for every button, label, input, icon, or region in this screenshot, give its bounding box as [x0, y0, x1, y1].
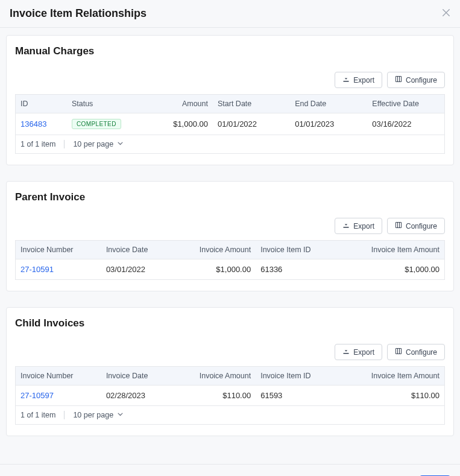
configure-label: Configure [406, 222, 437, 230]
child-invoices-pager: 1 of 1 item 10 per page [15, 406, 445, 425]
manual-charges-card: Manual Charges Export Configure [6, 35, 454, 165]
pager-summary: 1 of 1 item [20, 140, 55, 148]
cell-invoice-item-amount: $1,000.00 [337, 259, 444, 280]
table-header-row: ID Status Amount Start Date End Date Eff… [16, 95, 445, 113]
parent-invoice-title: Parent Invoice [15, 191, 445, 203]
col-status: Status [67, 95, 136, 113]
parent-invoice-table: Invoice Number Invoice Date Invoice Amou… [15, 240, 445, 280]
col-end-date: End Date [290, 95, 367, 113]
download-icon [342, 221, 350, 230]
modal: Invoice Item Relationships Manual Charge… [0, 0, 460, 476]
columns-icon [395, 75, 402, 84]
cell-amount: $1,000.00 [136, 113, 213, 135]
col-invoice-item-amount: Invoice Item Amount [337, 241, 444, 259]
close-icon [442, 8, 450, 19]
table-header-row: Invoice Number Invoice Date Invoice Amou… [16, 367, 445, 386]
col-invoice-number: Invoice Number [16, 241, 101, 259]
cell-end-date: 01/01/2023 [290, 113, 367, 135]
parent-invoice-card: Parent Invoice Export Configure [6, 181, 454, 291]
cell-invoice-item-id: 61593 [256, 386, 337, 406]
invoice-number-link[interactable]: 27-10597 [20, 391, 54, 400]
cell-invoice-amount: $1,000.00 [170, 259, 256, 280]
per-page-selector[interactable]: 10 per page [73, 140, 124, 148]
table-row: 27-10591 03/01/2022 $1,000.00 61336 $1,0… [16, 259, 445, 280]
pager-summary: 1 of 1 item [20, 411, 55, 419]
col-invoice-item-id: Invoice Item ID [256, 367, 337, 386]
col-invoice-number: Invoice Number [16, 367, 101, 386]
pager-divider [64, 140, 65, 148]
col-invoice-date: Invoice Date [101, 367, 170, 386]
col-invoice-date: Invoice Date [101, 241, 170, 259]
export-button[interactable]: Export [335, 218, 382, 234]
manual-charges-toolbar: Export Configure [15, 72, 445, 88]
col-id: ID [16, 95, 67, 113]
child-invoices-table: Invoice Number Invoice Date Invoice Amou… [15, 366, 445, 406]
status-badge: COMPLETED [72, 119, 121, 129]
per-page-selector[interactable]: 10 per page [73, 411, 124, 419]
manual-charges-title: Manual Charges [15, 45, 445, 57]
charge-id-link[interactable]: 136483 [20, 119, 46, 129]
child-invoices-toolbar: Export Configure [15, 344, 445, 360]
col-effective-date: Effective Date [367, 95, 444, 113]
col-invoice-item-amount: Invoice Item Amount [337, 367, 444, 386]
col-start-date: Start Date [213, 95, 290, 113]
cell-invoice-item-id: 61336 [256, 259, 337, 280]
manual-charges-table: ID Status Amount Start Date End Date Eff… [15, 94, 445, 135]
modal-title: Invoice Item Relationships [10, 7, 147, 20]
cell-effective-date: 03/16/2022 [367, 113, 444, 135]
export-label: Export [353, 348, 374, 357]
col-invoice-amount: Invoice Amount [170, 241, 256, 259]
col-invoice-amount: Invoice Amount [170, 367, 256, 386]
parent-invoice-toolbar: Export Configure [15, 218, 445, 234]
configure-button[interactable]: Configure [387, 218, 445, 234]
columns-icon [395, 221, 402, 230]
cell-start-date: 01/01/2022 [213, 113, 290, 135]
export-label: Export [353, 222, 374, 230]
download-icon [342, 347, 350, 357]
cell-invoice-date: 02/28/2023 [101, 386, 170, 406]
cell-invoice-item-amount: $110.00 [337, 386, 444, 406]
columns-icon [395, 347, 402, 357]
modal-body: Manual Charges Export Configure [0, 28, 460, 464]
cell-invoice-date: 03/01/2022 [101, 259, 170, 280]
col-invoice-item-id: Invoice Item ID [256, 241, 337, 259]
download-icon [342, 75, 350, 84]
close-button[interactable] [442, 8, 450, 19]
modal-header: Invoice Item Relationships [0, 0, 460, 28]
per-page-label: 10 per page [73, 411, 113, 419]
configure-button[interactable]: Configure [387, 72, 445, 88]
pager-divider [64, 411, 65, 419]
configure-label: Configure [406, 348, 437, 357]
modal-footer: OK [0, 464, 460, 476]
child-invoices-card: Child Invoices Export Configure [6, 307, 454, 436]
chevron-down-icon [117, 140, 124, 148]
table-row: 27-10597 02/28/2023 $110.00 61593 $110.0… [16, 386, 445, 406]
per-page-label: 10 per page [73, 140, 113, 148]
col-amount: Amount [136, 95, 213, 113]
export-button[interactable]: Export [335, 72, 382, 88]
table-row: 136483 COMPLETED $1,000.00 01/01/2022 01… [16, 113, 445, 135]
configure-label: Configure [406, 76, 437, 84]
export-label: Export [353, 76, 374, 84]
cell-invoice-amount: $110.00 [170, 386, 256, 406]
table-header-row: Invoice Number Invoice Date Invoice Amou… [16, 241, 445, 259]
child-invoices-title: Child Invoices [15, 317, 445, 329]
invoice-number-link[interactable]: 27-10591 [20, 265, 54, 274]
manual-charges-pager: 1 of 1 item 10 per page [15, 135, 445, 154]
export-button[interactable]: Export [335, 344, 382, 360]
chevron-down-icon [117, 411, 124, 419]
configure-button[interactable]: Configure [387, 344, 445, 360]
